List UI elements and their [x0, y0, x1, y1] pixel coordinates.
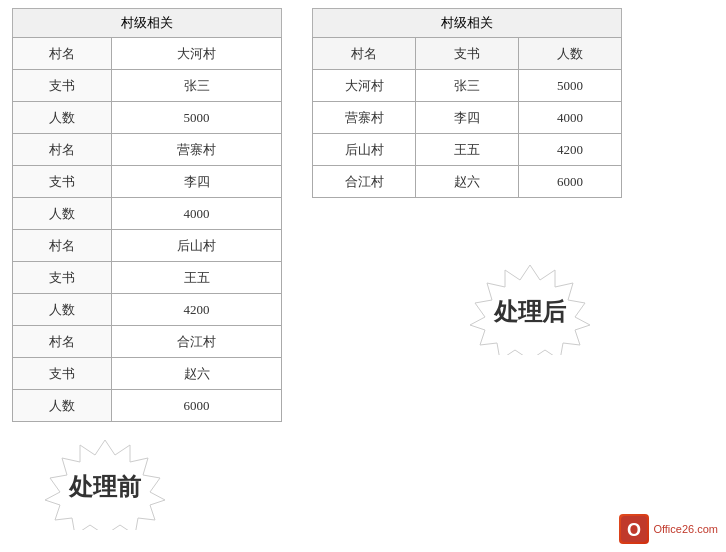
- left-table-label: 村名: [13, 38, 112, 70]
- table-row: 村名营寨村: [13, 134, 282, 166]
- left-table-value: 大河村: [112, 38, 282, 70]
- right-table-cell: 王五: [416, 134, 519, 166]
- right-table-cell: 后山村: [313, 134, 416, 166]
- svg-text:O: O: [627, 520, 641, 540]
- left-table-value: 4000: [112, 198, 282, 230]
- table-row: 村名后山村: [13, 230, 282, 262]
- left-table-value: 合江村: [112, 326, 282, 358]
- right-table-cell: 4200: [519, 134, 622, 166]
- office-site-text: Office26.com: [653, 523, 718, 535]
- table-row: 人数5000: [13, 102, 282, 134]
- office-icon: O: [619, 514, 649, 544]
- table-row: 支书赵六: [13, 358, 282, 390]
- left-table-value: 张三: [112, 70, 282, 102]
- left-section: 村级相关 村名大河村支书张三人数5000村名营寨村支书李四人数4000村名后山村…: [12, 8, 282, 422]
- left-table-value: 营寨村: [112, 134, 282, 166]
- right-section: 村级相关 村名支书人数大河村张三5000营寨村李四4000后山村王五4200合江…: [312, 8, 622, 198]
- left-table-label: 村名: [13, 326, 112, 358]
- left-title: 村级相关: [12, 8, 282, 38]
- table-row: 支书王五: [13, 262, 282, 294]
- right-table-cell: 5000: [519, 70, 622, 102]
- starburst-before-shape: [30, 440, 180, 530]
- right-table-cell: 营寨村: [313, 102, 416, 134]
- table-row: 营寨村李四4000: [313, 102, 622, 134]
- right-table-cell: 4000: [519, 102, 622, 134]
- table-row: 大河村张三5000: [313, 70, 622, 102]
- right-table-cell: 李四: [416, 102, 519, 134]
- table-row: 村名大河村: [13, 38, 282, 70]
- left-table-value: 5000: [112, 102, 282, 134]
- left-table-label: 人数: [13, 390, 112, 422]
- right-table: 村名支书人数大河村张三5000营寨村李四4000后山村王五4200合江村赵六60…: [312, 37, 622, 198]
- left-table-value: 王五: [112, 262, 282, 294]
- table-row: 合江村赵六6000: [313, 166, 622, 198]
- table-row: 后山村王五4200: [313, 134, 622, 166]
- right-table-cell: 6000: [519, 166, 622, 198]
- right-title: 村级相关: [312, 8, 622, 38]
- left-table-label: 支书: [13, 70, 112, 102]
- left-table-value: 赵六: [112, 358, 282, 390]
- right-table-cell: 大河村: [313, 70, 416, 102]
- left-table-value: 李四: [112, 166, 282, 198]
- before-stamp-label: 处理前: [69, 471, 141, 503]
- left-table-value: 6000: [112, 390, 282, 422]
- table-row: 支书张三: [13, 70, 282, 102]
- right-table-header-row: 村名支书人数: [313, 38, 622, 70]
- right-table-header-cell: 村名: [313, 38, 416, 70]
- left-table-label: 人数: [13, 102, 112, 134]
- right-table-cell: 张三: [416, 70, 519, 102]
- left-table-label: 人数: [13, 294, 112, 326]
- left-table-label: 支书: [13, 358, 112, 390]
- table-row: 村名合江村: [13, 326, 282, 358]
- svg-marker-0: [45, 440, 165, 530]
- left-table-label: 村名: [13, 230, 112, 262]
- left-table-label: 支书: [13, 166, 112, 198]
- table-row: 人数6000: [13, 390, 282, 422]
- table-row: 人数4000: [13, 198, 282, 230]
- right-table-header-cell: 支书: [416, 38, 519, 70]
- left-table-value: 4200: [112, 294, 282, 326]
- left-table-value: 后山村: [112, 230, 282, 262]
- left-table: 村名大河村支书张三人数5000村名营寨村支书李四人数4000村名后山村支书王五人…: [12, 37, 282, 422]
- before-stamp-container: 处理前: [30, 440, 180, 534]
- left-table-label: 村名: [13, 134, 112, 166]
- left-table-label: 人数: [13, 198, 112, 230]
- table-row: 人数4200: [13, 294, 282, 326]
- office-logo-area: O Office26.com: [619, 514, 718, 544]
- table-row: 支书李四: [13, 166, 282, 198]
- left-table-label: 支书: [13, 262, 112, 294]
- right-table-cell: 合江村: [313, 166, 416, 198]
- right-table-cell: 赵六: [416, 166, 519, 198]
- right-table-header-cell: 人数: [519, 38, 622, 70]
